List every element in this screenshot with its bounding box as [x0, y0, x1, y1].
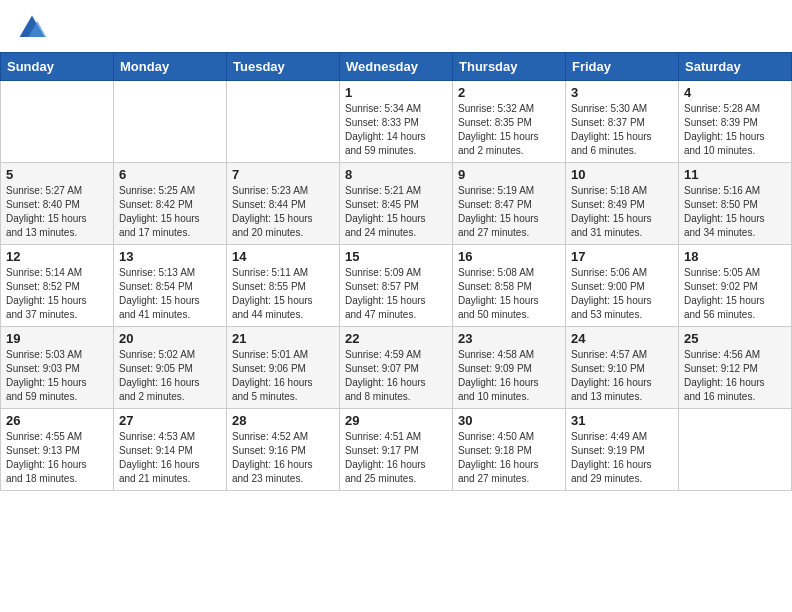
day-detail: Sunrise: 5:11 AM Sunset: 8:55 PM Dayligh… — [232, 267, 313, 320]
day-detail: Sunrise: 4:56 AM Sunset: 9:12 PM Dayligh… — [684, 349, 765, 402]
calendar-cell: 5Sunrise: 5:27 AM Sunset: 8:40 PM Daylig… — [1, 163, 114, 245]
calendar-cell: 9Sunrise: 5:19 AM Sunset: 8:47 PM Daylig… — [453, 163, 566, 245]
weekday-header: Monday — [114, 53, 227, 81]
calendar-cell: 18Sunrise: 5:05 AM Sunset: 9:02 PM Dayli… — [679, 245, 792, 327]
day-number: 12 — [6, 249, 108, 264]
calendar-cell: 24Sunrise: 4:57 AM Sunset: 9:10 PM Dayli… — [566, 327, 679, 409]
day-number: 31 — [571, 413, 673, 428]
day-number: 25 — [684, 331, 786, 346]
calendar-cell — [1, 81, 114, 163]
calendar-cell: 12Sunrise: 5:14 AM Sunset: 8:52 PM Dayli… — [1, 245, 114, 327]
page-header — [0, 0, 792, 52]
day-detail: Sunrise: 5:09 AM Sunset: 8:57 PM Dayligh… — [345, 267, 426, 320]
day-detail: Sunrise: 4:59 AM Sunset: 9:07 PM Dayligh… — [345, 349, 426, 402]
calendar-cell: 3Sunrise: 5:30 AM Sunset: 8:37 PM Daylig… — [566, 81, 679, 163]
calendar-cell — [114, 81, 227, 163]
logo — [16, 12, 52, 44]
calendar-cell: 28Sunrise: 4:52 AM Sunset: 9:16 PM Dayli… — [227, 409, 340, 491]
day-detail: Sunrise: 4:53 AM Sunset: 9:14 PM Dayligh… — [119, 431, 200, 484]
day-detail: Sunrise: 5:25 AM Sunset: 8:42 PM Dayligh… — [119, 185, 200, 238]
calendar-week-row: 5Sunrise: 5:27 AM Sunset: 8:40 PM Daylig… — [1, 163, 792, 245]
calendar-cell — [227, 81, 340, 163]
calendar-cell: 1Sunrise: 5:34 AM Sunset: 8:33 PM Daylig… — [340, 81, 453, 163]
day-detail: Sunrise: 5:21 AM Sunset: 8:45 PM Dayligh… — [345, 185, 426, 238]
calendar-header-row: SundayMondayTuesdayWednesdayThursdayFrid… — [1, 53, 792, 81]
day-number: 20 — [119, 331, 221, 346]
day-number: 27 — [119, 413, 221, 428]
day-number: 18 — [684, 249, 786, 264]
day-number: 21 — [232, 331, 334, 346]
day-number: 23 — [458, 331, 560, 346]
day-number: 9 — [458, 167, 560, 182]
calendar-cell: 26Sunrise: 4:55 AM Sunset: 9:13 PM Dayli… — [1, 409, 114, 491]
calendar-cell: 19Sunrise: 5:03 AM Sunset: 9:03 PM Dayli… — [1, 327, 114, 409]
logo-icon — [16, 12, 48, 44]
day-number: 3 — [571, 85, 673, 100]
calendar-cell: 6Sunrise: 5:25 AM Sunset: 8:42 PM Daylig… — [114, 163, 227, 245]
day-detail: Sunrise: 5:16 AM Sunset: 8:50 PM Dayligh… — [684, 185, 765, 238]
day-number: 1 — [345, 85, 447, 100]
day-number: 29 — [345, 413, 447, 428]
calendar-cell — [679, 409, 792, 491]
calendar-cell: 25Sunrise: 4:56 AM Sunset: 9:12 PM Dayli… — [679, 327, 792, 409]
day-detail: Sunrise: 4:55 AM Sunset: 9:13 PM Dayligh… — [6, 431, 87, 484]
weekday-header: Thursday — [453, 53, 566, 81]
day-number: 28 — [232, 413, 334, 428]
calendar-cell: 11Sunrise: 5:16 AM Sunset: 8:50 PM Dayli… — [679, 163, 792, 245]
day-number: 7 — [232, 167, 334, 182]
calendar-cell: 2Sunrise: 5:32 AM Sunset: 8:35 PM Daylig… — [453, 81, 566, 163]
day-detail: Sunrise: 5:06 AM Sunset: 9:00 PM Dayligh… — [571, 267, 652, 320]
calendar-week-row: 19Sunrise: 5:03 AM Sunset: 9:03 PM Dayli… — [1, 327, 792, 409]
day-detail: Sunrise: 4:51 AM Sunset: 9:17 PM Dayligh… — [345, 431, 426, 484]
day-detail: Sunrise: 5:23 AM Sunset: 8:44 PM Dayligh… — [232, 185, 313, 238]
day-number: 16 — [458, 249, 560, 264]
calendar-cell: 27Sunrise: 4:53 AM Sunset: 9:14 PM Dayli… — [114, 409, 227, 491]
day-number: 26 — [6, 413, 108, 428]
calendar-cell: 22Sunrise: 4:59 AM Sunset: 9:07 PM Dayli… — [340, 327, 453, 409]
day-number: 19 — [6, 331, 108, 346]
day-detail: Sunrise: 5:32 AM Sunset: 8:35 PM Dayligh… — [458, 103, 539, 156]
day-number: 10 — [571, 167, 673, 182]
day-detail: Sunrise: 5:18 AM Sunset: 8:49 PM Dayligh… — [571, 185, 652, 238]
calendar-week-row: 1Sunrise: 5:34 AM Sunset: 8:33 PM Daylig… — [1, 81, 792, 163]
calendar-cell: 7Sunrise: 5:23 AM Sunset: 8:44 PM Daylig… — [227, 163, 340, 245]
day-detail: Sunrise: 4:50 AM Sunset: 9:18 PM Dayligh… — [458, 431, 539, 484]
weekday-header: Saturday — [679, 53, 792, 81]
calendar-cell: 4Sunrise: 5:28 AM Sunset: 8:39 PM Daylig… — [679, 81, 792, 163]
day-detail: Sunrise: 5:30 AM Sunset: 8:37 PM Dayligh… — [571, 103, 652, 156]
day-detail: Sunrise: 5:27 AM Sunset: 8:40 PM Dayligh… — [6, 185, 87, 238]
weekday-header: Friday — [566, 53, 679, 81]
day-number: 2 — [458, 85, 560, 100]
day-number: 30 — [458, 413, 560, 428]
calendar-cell: 20Sunrise: 5:02 AM Sunset: 9:05 PM Dayli… — [114, 327, 227, 409]
day-number: 4 — [684, 85, 786, 100]
day-detail: Sunrise: 5:01 AM Sunset: 9:06 PM Dayligh… — [232, 349, 313, 402]
day-number: 5 — [6, 167, 108, 182]
weekday-header: Sunday — [1, 53, 114, 81]
calendar-cell: 14Sunrise: 5:11 AM Sunset: 8:55 PM Dayli… — [227, 245, 340, 327]
calendar-cell: 10Sunrise: 5:18 AM Sunset: 8:49 PM Dayli… — [566, 163, 679, 245]
day-number: 6 — [119, 167, 221, 182]
day-detail: Sunrise: 4:52 AM Sunset: 9:16 PM Dayligh… — [232, 431, 313, 484]
day-detail: Sunrise: 5:13 AM Sunset: 8:54 PM Dayligh… — [119, 267, 200, 320]
day-number: 11 — [684, 167, 786, 182]
day-number: 13 — [119, 249, 221, 264]
day-number: 17 — [571, 249, 673, 264]
day-number: 14 — [232, 249, 334, 264]
calendar-table: SundayMondayTuesdayWednesdayThursdayFrid… — [0, 52, 792, 491]
day-detail: Sunrise: 5:19 AM Sunset: 8:47 PM Dayligh… — [458, 185, 539, 238]
calendar-cell: 15Sunrise: 5:09 AM Sunset: 8:57 PM Dayli… — [340, 245, 453, 327]
day-detail: Sunrise: 4:57 AM Sunset: 9:10 PM Dayligh… — [571, 349, 652, 402]
day-number: 24 — [571, 331, 673, 346]
calendar-cell: 30Sunrise: 4:50 AM Sunset: 9:18 PM Dayli… — [453, 409, 566, 491]
day-detail: Sunrise: 5:28 AM Sunset: 8:39 PM Dayligh… — [684, 103, 765, 156]
weekday-header: Wednesday — [340, 53, 453, 81]
calendar-week-row: 26Sunrise: 4:55 AM Sunset: 9:13 PM Dayli… — [1, 409, 792, 491]
calendar-cell: 31Sunrise: 4:49 AM Sunset: 9:19 PM Dayli… — [566, 409, 679, 491]
calendar-cell: 23Sunrise: 4:58 AM Sunset: 9:09 PM Dayli… — [453, 327, 566, 409]
day-detail: Sunrise: 5:03 AM Sunset: 9:03 PM Dayligh… — [6, 349, 87, 402]
weekday-header: Tuesday — [227, 53, 340, 81]
day-detail: Sunrise: 5:14 AM Sunset: 8:52 PM Dayligh… — [6, 267, 87, 320]
calendar-cell: 16Sunrise: 5:08 AM Sunset: 8:58 PM Dayli… — [453, 245, 566, 327]
calendar-week-row: 12Sunrise: 5:14 AM Sunset: 8:52 PM Dayli… — [1, 245, 792, 327]
